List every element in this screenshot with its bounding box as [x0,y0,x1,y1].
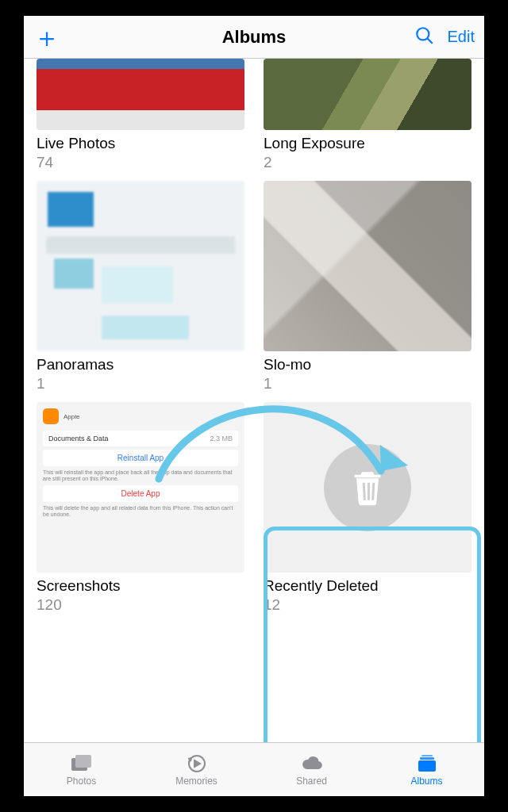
screenshot-reinstall-note: This will reinstall the app and place ba… [43,469,238,482]
tab-label: Shared [296,776,327,787]
album-count: 74 [37,154,244,171]
app-window: ＋ Albums Edit Live Photos 74 Long Exposu… [24,16,484,796]
album-thumbnail [37,181,244,351]
tab-label: Albums [410,776,442,787]
album-count: 2 [264,154,471,171]
album-title: Screenshots [37,577,244,595]
album-title: Long Exposure [264,135,471,152]
page-title: Albums [129,27,379,48]
tab-shared[interactable]: Shared [254,743,369,796]
navbar: ＋ Albums Edit [24,16,484,59]
search-icon [414,25,435,46]
screenshot-row-label: Documents & Data [48,435,109,442]
album-slomo[interactable]: Slo-mo 1 [264,181,471,393]
album-count: 120 [37,596,244,614]
album-count: 1 [37,375,244,393]
screenshot-delete-label: Delete App [43,485,238,502]
albums-grid-container: Live Photos 74 Long Exposure 2 Panoramas… [24,59,484,742]
edit-button[interactable]: Edit [448,28,475,46]
album-panoramas[interactable]: Panoramas 1 [37,181,244,393]
screenshot-delete-note: This will delete the app and all related… [43,505,238,518]
album-title: Recently Deleted [264,577,471,595]
tab-photos[interactable]: Photos [24,743,139,796]
tab-label: Photos [67,776,96,787]
album-thumbnail [264,181,471,351]
albums-icon [415,753,439,774]
album-screenshots[interactable]: Apple Documents & Data 2.3 MB Reinstall … [37,402,244,614]
album-thumbnail [264,402,471,573]
album-title: Slo-mo [264,356,471,373]
add-album-button[interactable]: ＋ [33,24,60,51]
svg-line-1 [427,38,433,44]
trash-icon [324,444,411,531]
memories-icon [185,753,209,774]
search-button[interactable] [414,25,435,49]
tab-albums[interactable]: Albums [369,743,484,796]
album-title: Panoramas [37,356,244,373]
album-title: Live Photos [37,135,244,152]
tab-label: Memories [175,776,217,787]
photos-icon [70,753,94,774]
album-long-exposure[interactable]: Long Exposure 2 [264,59,471,171]
screenshot-vendor-label: Apple [64,413,79,420]
tab-bar: Photos Memories Shared Albums [24,742,484,796]
album-recently-deleted[interactable]: Recently Deleted 12 [264,402,471,614]
screenshot-row-value: 2.3 MB [210,435,233,442]
svg-rect-4 [75,755,91,768]
album-live-photos[interactable]: Live Photos 74 [37,59,244,171]
tab-memories[interactable]: Memories [139,743,254,796]
album-thumbnail [264,59,471,130]
album-count: 1 [264,375,471,393]
album-count: 12 [264,596,471,614]
svg-rect-9 [421,755,433,756]
svg-point-0 [417,28,429,40]
svg-rect-7 [418,760,436,772]
album-thumbnail: Apple Documents & Data 2.3 MB Reinstall … [37,402,244,573]
svg-marker-6 [194,760,200,767]
screenshot-reinstall-label: Reinstall App [43,450,238,466]
svg-rect-8 [420,757,434,760]
album-thumbnail [37,59,244,130]
cloud-icon [300,753,324,774]
